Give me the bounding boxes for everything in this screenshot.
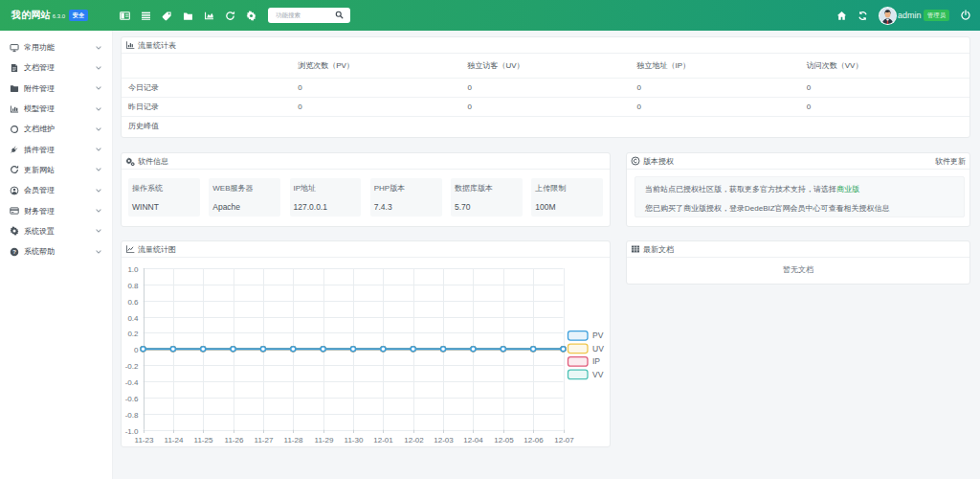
topbar-right: admin 管理员 <box>832 0 980 31</box>
legend-item-VV[interactable]: VV <box>568 370 604 379</box>
x-tick-label: 12-05 <box>494 436 514 445</box>
card-value: 100M <box>535 202 599 212</box>
sidebar-item-8[interactable]: 会员管理 <box>0 180 112 200</box>
chart-area-icon[interactable] <box>198 5 219 26</box>
software-info-card: 操作系统WINNT <box>128 178 200 217</box>
traffic-cell <box>460 116 630 135</box>
latest-docs-empty: 暂无文档 <box>627 258 969 282</box>
legend-item-UV[interactable]: UV <box>568 344 605 354</box>
x-tick-label: 11-23 <box>135 436 154 445</box>
gear-icon[interactable] <box>241 5 262 26</box>
card-label: 数据库版本 <box>455 183 519 194</box>
license-title: 版本授权 <box>643 156 674 167</box>
chevron-down-icon <box>96 106 101 112</box>
software-info-card: IP地址127.0.0.1 <box>290 178 362 217</box>
legend-item-IP[interactable]: IP <box>568 356 601 366</box>
power-icon[interactable] <box>955 5 976 26</box>
sync-icon[interactable] <box>853 5 874 26</box>
site-version: 6.3.0 <box>53 13 65 19</box>
sidebar-item-10[interactable]: 系统设置 <box>0 221 112 241</box>
search-icon[interactable] <box>335 11 344 19</box>
folder-icon[interactable] <box>177 5 198 26</box>
series-marker <box>231 347 235 352</box>
site-title: 我的网站 <box>11 9 51 22</box>
user-name[interactable]: admin <box>898 11 922 20</box>
home-icon[interactable] <box>832 5 853 26</box>
chevron-down-icon <box>96 85 101 91</box>
traffic-cell: 0 <box>631 97 800 116</box>
sidebar-item-3[interactable]: 附件管理 <box>0 79 112 99</box>
question-icon: ? <box>10 247 19 257</box>
series-marker <box>291 347 296 352</box>
software-info-header: 软件信息 <box>122 153 610 170</box>
traffic-row-label: 昨日记录 <box>122 97 291 116</box>
sidebar-item-9[interactable]: 财务管理 <box>0 200 112 220</box>
license-line-1: 当前站点已授权社区版，获取更多官方技术支持，请选择商业版 <box>645 180 954 199</box>
traffic-stats-header: 流量统计表 <box>122 37 969 54</box>
search-input[interactable] <box>276 11 333 18</box>
chevron-down-icon <box>96 228 101 234</box>
software-info-card: PHP版本7.4.3 <box>370 178 442 217</box>
card-value: 7.4.3 <box>374 202 438 212</box>
cogs-icon <box>125 156 135 166</box>
y-tick-label: 0.2 <box>127 330 139 338</box>
main-content: 流量统计表 浏览次数（PV）独立访客（UV）独立地址（IP）访问次数（VV） 今… <box>113 31 980 479</box>
y-tick-label: 0.4 <box>127 314 139 323</box>
license-panel: 版本授权 软件更新 当前站点已授权社区版，获取更多官方技术支持，请选择商业版 您… <box>626 152 970 227</box>
sidebar-item-label: 模型管理 <box>24 103 96 114</box>
sidebar-item-11[interactable]: ?系统帮助 <box>0 241 112 262</box>
sidebar-item-6[interactable]: 插件管理 <box>0 139 112 159</box>
legend-item-PV[interactable]: PV <box>568 331 604 340</box>
sidebar-item-7[interactable]: 更新网站 <box>0 160 112 180</box>
traffic-table: 浏览次数（PV）独立访客（UV）独立地址（IP）访问次数（VV） 今日记录000… <box>122 54 969 135</box>
traffic-cell <box>631 116 800 135</box>
traffic-cell <box>800 116 969 135</box>
traffic-cell: 0 <box>291 97 460 116</box>
sidebar: 常用功能文档管理附件管理模型管理文档维护插件管理更新网站会员管理财务管理系统设置… <box>0 31 113 479</box>
sidebar-item-4[interactable]: 模型管理 <box>0 99 112 119</box>
search-box[interactable] <box>268 8 350 23</box>
card-label: 上传限制 <box>535 183 599 194</box>
series-marker <box>260 347 265 352</box>
chevron-down-icon <box>96 188 101 194</box>
legend-swatch <box>568 370 589 379</box>
avatar[interactable] <box>879 7 897 25</box>
series-marker <box>170 347 175 352</box>
circle-icon <box>10 125 19 134</box>
traffic-row-label: 今日记录 <box>122 78 291 97</box>
x-tick-label: 11-27 <box>255 436 274 445</box>
bar-chart-icon <box>125 40 135 50</box>
series-marker <box>201 347 206 352</box>
brand[interactable]: 我的网站 6.3.0 安全 <box>11 0 88 31</box>
traffic-col-header: 独立地址（IP） <box>631 54 800 78</box>
traffic-chart-panel: 流量统计图 1.00.80.60.40.20-0.2-0.4-0.6-0.8-1… <box>121 240 611 447</box>
sidebar-item-1[interactable]: 常用功能 <box>0 37 112 57</box>
tag-icon[interactable] <box>156 5 177 26</box>
safe-badge[interactable]: 安全 <box>69 10 88 21</box>
traffic-table-header-row: 浏览次数（PV）独立访客（UV）独立地址（IP）访问次数（VV） <box>122 54 969 78</box>
software-info-cards: 操作系统WINNTWEB服务器ApacheIP地址127.0.0.1PHP版本7… <box>122 170 610 224</box>
columns-icon[interactable] <box>114 5 135 26</box>
chart-bar-icon <box>10 104 19 114</box>
y-tick-label: 1.0 <box>127 265 139 274</box>
table-icon <box>631 244 640 254</box>
list-icon[interactable] <box>135 5 156 26</box>
sidebar-item-label: 文档维护 <box>24 124 96 134</box>
y-tick-label: 0.6 <box>127 298 139 307</box>
commercial-edition-link[interactable]: 商业版 <box>836 185 859 194</box>
traffic-chart-header: 流量统计图 <box>122 241 610 258</box>
row-3: 流量统计图 1.00.80.60.40.20-0.2-0.4-0.6-0.8-1… <box>121 240 970 447</box>
x-tick-label: 11-29 <box>315 436 334 445</box>
file-icon <box>10 63 19 73</box>
sidebar-item-2[interactable]: 文档管理 <box>0 57 112 78</box>
software-info-card: 上传限制100M <box>531 178 603 217</box>
x-tick-label: 12-04 <box>463 436 483 445</box>
redo-icon[interactable] <box>219 5 240 26</box>
software-update-link[interactable]: 软件更新 <box>935 156 966 167</box>
series-marker <box>321 347 325 352</box>
sidebar-item-label: 文档管理 <box>24 62 96 73</box>
traffic-cell: 0 <box>800 97 969 116</box>
traffic-cell <box>291 116 460 135</box>
sidebar-item-5[interactable]: 文档维护 <box>0 119 112 139</box>
x-tick-label: 11-26 <box>225 436 244 445</box>
